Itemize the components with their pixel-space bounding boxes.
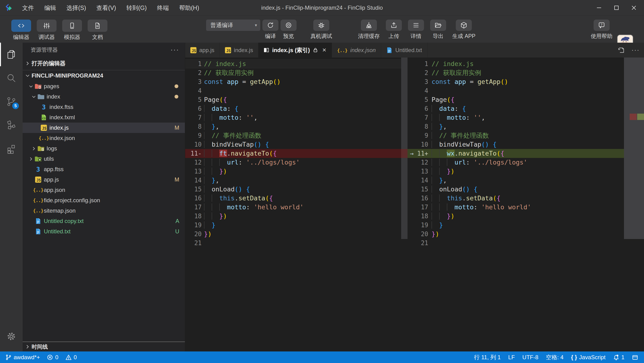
- timeline-section[interactable]: 时间线: [22, 341, 185, 351]
- code-line-right-10[interactable]: 10 bindViewTap() {: [408, 140, 630, 149]
- more-actions-icon[interactable]: ···: [632, 47, 640, 54]
- tab-index.json[interactable]: {..}index.json: [332, 43, 381, 58]
- menu-item-帮助(H)[interactable]: 帮助(H): [174, 0, 204, 16]
- tab-app.js[interactable]: JSapp.js: [185, 43, 220, 58]
- status-notifications[interactable]: 1: [610, 354, 628, 361]
- status-eol[interactable]: LF: [505, 354, 518, 361]
- tree-item-index.json[interactable]: {..}index.json: [22, 133, 185, 143]
- open-file-icon[interactable]: [618, 47, 625, 54]
- activity-references[interactable]: [0, 113, 22, 137]
- code-line-left-4[interactable]: 4: [185, 86, 401, 95]
- status-cursor-position[interactable]: 行 11, 列 1: [471, 353, 504, 361]
- code-line-left-1[interactable]: 1// index.js: [185, 59, 401, 68]
- help-button[interactable]: ?: [594, 20, 610, 31]
- tree-item-index.fxml[interactable]: index.fxml: [22, 112, 185, 123]
- code-line-right-9[interactable]: 9 // 事件处理函数: [408, 131, 630, 140]
- tree-item-app.js[interactable]: JSapp.jsM: [22, 174, 185, 185]
- phone-button[interactable]: [62, 20, 82, 32]
- code-line-left-14[interactable]: 14 },: [185, 176, 401, 185]
- compile-mode-dropdown[interactable]: 普通编译 ▾: [206, 20, 260, 31]
- tree-item-logs[interactable]: logs: [22, 143, 185, 154]
- menu-item-文件[interactable]: 文件: [17, 0, 39, 16]
- code-line-left-20[interactable]: 20}): [185, 230, 401, 239]
- code-line-right-3[interactable]: 3const app = getApp(): [408, 77, 630, 86]
- tab-index.js[interactable]: JSindex.js: [220, 43, 258, 58]
- code-line-right-19[interactable]: 19 }: [408, 221, 630, 230]
- code-line-right-2[interactable]: 2// 获取应用实例: [408, 68, 630, 77]
- close-icon[interactable]: ✕: [322, 47, 326, 53]
- tree-item-index[interactable]: index: [22, 92, 185, 102]
- code-line-left-19[interactable]: 19 }: [185, 221, 401, 230]
- code-line-left-10[interactable]: 10 bindViewTap() {: [185, 140, 401, 149]
- code-line-right-11+[interactable]: →11+ wx.navigateTo({: [408, 149, 630, 158]
- tree-item-pages[interactable]: pages: [22, 81, 185, 92]
- refresh-button[interactable]: [262, 20, 278, 31]
- code-line-right-1[interactable]: 1// index.js: [408, 59, 630, 68]
- code-line-right-15[interactable]: 15 onLoad() {: [408, 185, 630, 194]
- menu-item-转到(G)[interactable]: 转到(G): [121, 0, 152, 16]
- code-line-left-8[interactable]: 8 },: [185, 122, 401, 131]
- code-line-right-21[interactable]: 21: [408, 239, 630, 247]
- bug-button[interactable]: [313, 20, 329, 31]
- code-line-right-4[interactable]: 4: [408, 86, 630, 95]
- code-line-left-16[interactable]: 16 this.setData({: [185, 194, 401, 203]
- code-line-right-7[interactable]: 7 motto: '',: [408, 113, 630, 122]
- code-line-right-5[interactable]: 5Page({: [408, 95, 630, 104]
- cube-button[interactable]: [456, 20, 472, 31]
- tree-item-index.ftss[interactable]: 3index.ftss: [22, 102, 185, 112]
- tree-item-fide.project.config.json[interactable]: {..}fide.project.config.json: [22, 195, 185, 206]
- tree-item-utils[interactable]: utils: [22, 154, 185, 164]
- broom-button[interactable]: [361, 20, 377, 31]
- code-line-right-18[interactable]: 18 }): [408, 212, 630, 221]
- activity-extensions[interactable]: [0, 137, 22, 161]
- tree-item-sitemap.json[interactable]: {..}sitemap.json: [22, 206, 185, 216]
- doc-button[interactable]: [88, 20, 108, 32]
- activity-source-control[interactable]: 5: [0, 90, 22, 113]
- tab-Untitled.txt[interactable]: Untitled.txt: [381, 43, 427, 58]
- code-line-left-7[interactable]: 7 motto: '',: [185, 113, 401, 122]
- code-button[interactable]: [11, 20, 31, 32]
- activity-search[interactable]: [0, 66, 22, 90]
- upload-button[interactable]: [386, 20, 402, 31]
- minimize-button[interactable]: [591, 0, 607, 16]
- status-indentation[interactable]: 空格: 4: [543, 353, 567, 361]
- tree-item-Untitled copy.txt[interactable]: Untitled copy.txtA: [22, 216, 185, 226]
- code-line-left-15[interactable]: 15 onLoad() {: [185, 185, 401, 194]
- status-warnings[interactable]: 0: [62, 354, 80, 361]
- status-git-branch[interactable]: awdawd*+: [2, 354, 43, 361]
- code-line-right-16[interactable]: 16 this.setData({: [408, 194, 630, 203]
- code-line-left-2[interactable]: 2// 获取应用实例: [185, 68, 401, 77]
- status-language-mode[interactable]: { }JavaScript: [568, 354, 608, 361]
- left-pane-scrollbar[interactable]: [401, 58, 408, 239]
- code-line-right-8[interactable]: 8 },: [408, 122, 630, 131]
- lines-button[interactable]: [408, 20, 424, 31]
- code-line-left-21[interactable]: 21: [185, 239, 401, 247]
- tree-item-app.ftss[interactable]: 3app.ftss: [22, 164, 185, 174]
- code-line-left-3[interactable]: 3const app = getApp(): [185, 77, 401, 86]
- close-button[interactable]: [626, 0, 642, 16]
- code-line-left-18[interactable]: 18 }): [185, 212, 401, 221]
- status-encoding[interactable]: UTF-8: [520, 354, 542, 361]
- menu-item-查看(V)[interactable]: 查看(V): [91, 0, 121, 16]
- code-line-left-5[interactable]: 5Page({: [185, 95, 401, 104]
- status-layout-toggle[interactable]: [629, 354, 641, 360]
- code-line-right-20[interactable]: 20}): [408, 230, 630, 239]
- code-line-right-12[interactable]: 12 url: '../logs/logs': [408, 158, 630, 167]
- tree-item-Untitled.txt[interactable]: Untitled.txtU: [22, 226, 185, 237]
- code-line-left-13[interactable]: 13 }): [185, 167, 401, 176]
- sliders-button[interactable]: [37, 20, 56, 32]
- activity-explorer[interactable]: [0, 43, 22, 66]
- more-actions-icon[interactable]: ···: [170, 46, 179, 54]
- menu-item-终端[interactable]: 终端: [152, 0, 174, 16]
- menu-item-选择(S)[interactable]: 选择(S): [61, 0, 91, 16]
- menu-item-编辑[interactable]: 编辑: [39, 0, 61, 16]
- code-line-right-13[interactable]: 13 }): [408, 167, 630, 176]
- tree-item-index.js[interactable]: JSindex.jsM: [22, 123, 185, 133]
- status-errors[interactable]: 0: [44, 354, 61, 361]
- code-line-left-17[interactable]: 17 motto: 'hello world': [185, 203, 401, 212]
- code-line-left-12[interactable]: 12 url: '../logs/logs': [185, 158, 401, 167]
- code-line-right-17[interactable]: 17 motto: 'hello world': [408, 203, 630, 212]
- tab-index.js (索引)[interactable]: index.js (索引)✕: [258, 43, 332, 58]
- code-line-left-9[interactable]: 9 // 事件处理函数: [185, 131, 401, 140]
- open-editors-section[interactable]: 打开的编辑器: [22, 57, 185, 70]
